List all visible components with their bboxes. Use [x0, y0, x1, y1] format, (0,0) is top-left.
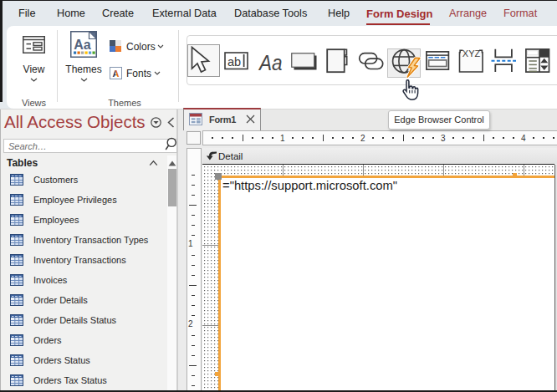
svg-text:ab: ab [227, 55, 241, 69]
svg-text:XYZ: XYZ [462, 48, 481, 59]
svg-text:Aa: Aa [74, 38, 91, 52]
